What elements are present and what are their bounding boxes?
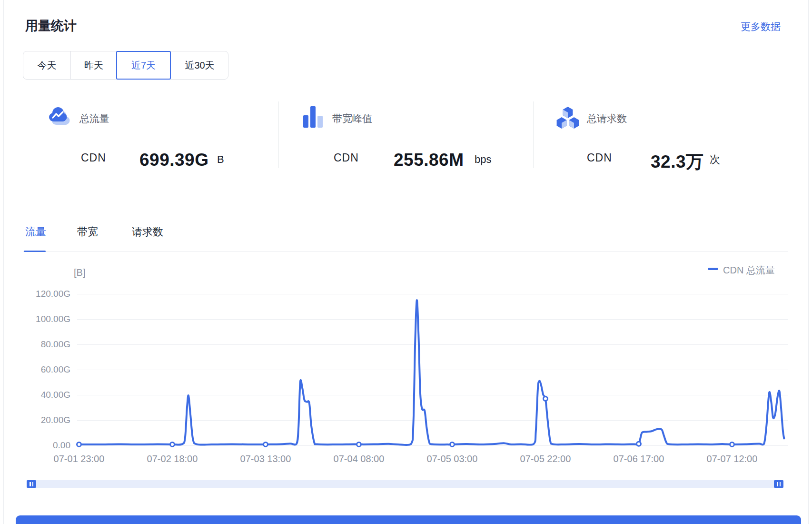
stat-product: CDN xyxy=(334,151,359,164)
requests-cubes-icon xyxy=(555,105,581,130)
chart-tab-requests[interactable]: 请求数 xyxy=(132,225,163,239)
tab-today[interactable]: 今天 xyxy=(23,51,70,79)
bottom-banner-bar[interactable] xyxy=(16,515,801,524)
data-point-marker xyxy=(730,442,734,446)
x-tick-label: 07-05 22:00 xyxy=(505,453,586,464)
data-point-marker xyxy=(170,442,175,446)
x-tick-label: 07-02 18:00 xyxy=(132,453,213,464)
data-point-marker xyxy=(357,442,361,446)
stat-unit: 次 xyxy=(710,152,720,167)
data-point-markers xyxy=(77,396,734,446)
stat-label-requests: 总请求数 xyxy=(587,112,627,125)
y-tick-label: 40.00G xyxy=(17,390,70,400)
y-tick-label: 80.00G xyxy=(17,339,70,350)
stat-label-traffic: 总流量 xyxy=(79,112,109,125)
gridline xyxy=(77,445,788,446)
cdn-traffic-line xyxy=(79,300,784,445)
y-tick-label: 0.00 xyxy=(17,440,70,451)
stat-value-traffic: 699.39G xyxy=(139,150,208,170)
active-tab-underline xyxy=(24,251,46,252)
legend-color-dash xyxy=(708,268,718,270)
stat-unit: B xyxy=(217,153,224,166)
y-axis-unit-label: [B] xyxy=(74,267,85,278)
page-title: 用量统计 xyxy=(25,17,77,34)
panel-left-border xyxy=(3,0,4,524)
data-point-marker xyxy=(450,442,455,446)
datazoom-left-handle[interactable] xyxy=(27,480,36,488)
stat-value-bandwidth: 255.86M xyxy=(394,150,464,170)
y-tick-label: 20.00G xyxy=(17,415,70,425)
y-tick-label: 100.00G xyxy=(17,314,70,324)
bandwidth-bars-icon xyxy=(303,105,325,129)
datazoom-slider-track[interactable] xyxy=(27,480,783,488)
stat-product: CDN xyxy=(81,151,106,164)
x-tick-label: 07-04 08:00 xyxy=(318,453,399,464)
datazoom-right-handle[interactable] xyxy=(774,480,783,488)
more-data-link[interactable]: 更多数据 xyxy=(741,20,781,33)
x-tick-label: 07-03 13:00 xyxy=(225,453,306,464)
gridline xyxy=(77,344,788,345)
x-tick-label: 07-01 23:00 xyxy=(39,453,119,464)
x-tick-label: 07-07 12:00 xyxy=(692,453,772,464)
gridline xyxy=(77,395,788,395)
stat-value-requests: 32.3万 xyxy=(651,150,704,174)
data-point-marker xyxy=(264,442,268,446)
gridline xyxy=(77,319,788,320)
chart-tab-bandwidth[interactable]: 带宽 xyxy=(77,225,98,239)
gridline xyxy=(77,294,788,294)
tab-last-30-days[interactable]: 近30天 xyxy=(171,51,228,79)
card-divider xyxy=(533,101,534,168)
stat-unit: bps xyxy=(475,153,491,166)
legend-label[interactable]: CDN 总流量 xyxy=(723,264,775,277)
data-point-marker xyxy=(77,442,81,446)
chart-tabs-divider xyxy=(23,252,788,252)
cloud-traffic-icon xyxy=(47,105,71,128)
x-tick-label: 07-06 17:00 xyxy=(598,453,679,464)
data-point-marker xyxy=(544,396,548,401)
stat-label-bandwidth: 带宽峰值 xyxy=(332,112,372,125)
panel-right-border xyxy=(808,0,809,524)
y-tick-label: 120.00G xyxy=(17,289,70,299)
gridline xyxy=(77,420,788,421)
tab-last-7-days[interactable]: 近7天 xyxy=(116,51,171,80)
chart-tab-traffic[interactable]: 流量 xyxy=(25,225,46,239)
usage-statistics-panel: 用量统计 更多数据 今天 昨天 近30天 近7天 总流量 CDN 699.39G… xyxy=(0,0,812,524)
x-tick-label: 07-05 03:00 xyxy=(412,453,493,464)
gridline xyxy=(77,370,788,370)
y-tick-label: 60.00G xyxy=(17,364,70,375)
tab-yesterday[interactable]: 昨天 xyxy=(70,51,117,79)
card-divider xyxy=(278,101,279,168)
stat-product: CDN xyxy=(587,151,612,164)
